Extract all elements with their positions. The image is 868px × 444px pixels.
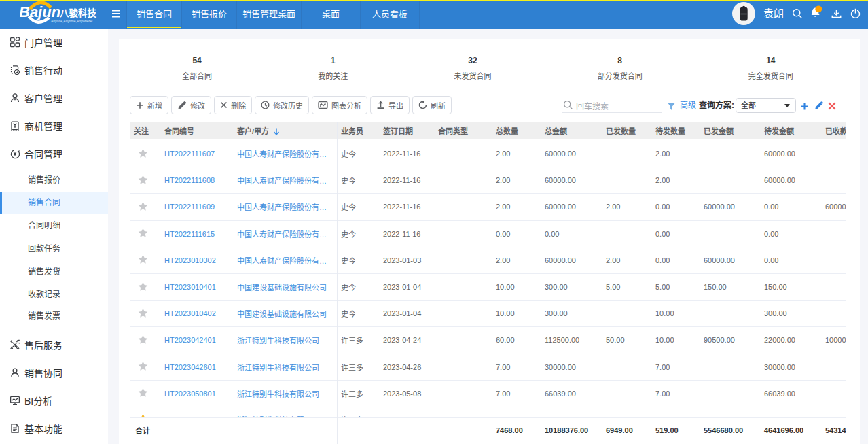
svg-text:Bajun: Bajun	[20, 3, 60, 20]
svg-text:Anyone,Anytime,Anywhere!: Anyone,Anytime,Anywhere!	[51, 19, 92, 23]
svg-text:八骏科技: 八骏科技	[59, 7, 96, 18]
